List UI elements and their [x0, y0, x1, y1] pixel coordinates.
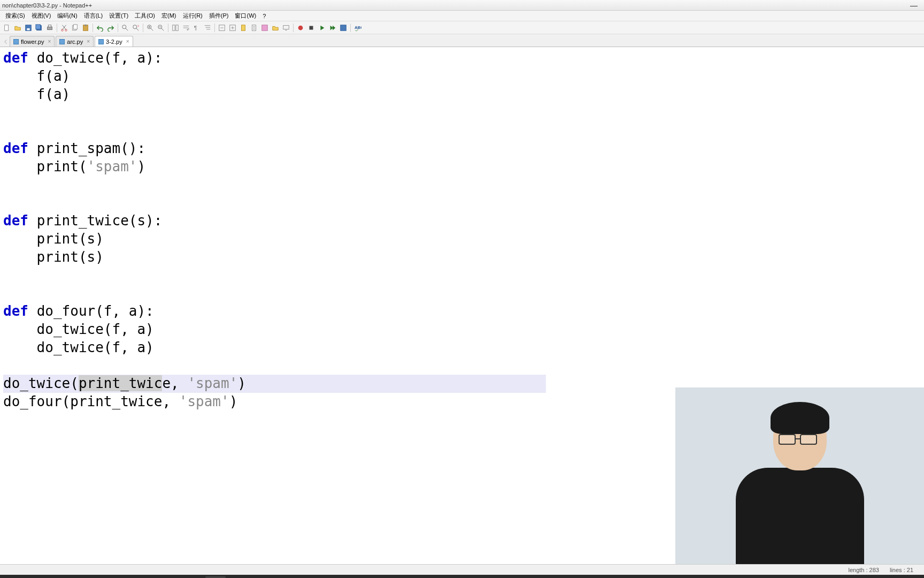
menu-language[interactable]: 语言(L) [81, 12, 106, 20]
file-tabbar: flower.py × arc.py × 3-2.py × [0, 34, 924, 47]
svg-rect-2 [27, 28, 29, 30]
sync-scroll-icon[interactable] [171, 23, 180, 33]
file-icon [98, 39, 104, 44]
svg-rect-18 [176, 25, 178, 31]
function-list-icon[interactable] [260, 23, 270, 33]
menu-help[interactable]: ? [259, 13, 269, 19]
monitor-icon[interactable] [281, 23, 291, 33]
menu-view[interactable]: 视图(V) [28, 12, 55, 20]
copy-icon[interactable] [70, 23, 80, 33]
code-content: def do_twice(f, a): f(a) f(a) def print_… [0, 47, 924, 411]
svg-text:ABC: ABC [355, 25, 361, 29]
file-tab-3-2[interactable]: 3-2.py × [95, 36, 133, 47]
zoom-out-icon[interactable] [156, 23, 166, 33]
play-macro-icon[interactable] [317, 23, 327, 33]
svg-rect-28 [341, 25, 346, 31]
titlebar: non\chapter03\3-2.py - Notepad++ — [0, 0, 924, 11]
paste-icon[interactable] [81, 23, 90, 33]
svg-rect-0 [5, 25, 9, 31]
window-title: non\chapter03\3-2.py - Notepad++ [2, 2, 92, 9]
doc-list-icon[interactable] [249, 23, 259, 33]
cut-icon[interactable] [59, 23, 69, 33]
word-wrap-icon[interactable] [181, 23, 191, 33]
svg-rect-25 [283, 25, 289, 29]
toolbar: ¶ ABC [0, 21, 924, 34]
spellcheck-icon[interactable]: ABC [353, 23, 363, 33]
menu-tools[interactable]: 工具(O) [132, 12, 158, 20]
doc-map-icon[interactable] [238, 23, 248, 33]
indent-guide-icon[interactable] [203, 23, 212, 33]
file-tab-label: arc.py [67, 39, 83, 45]
file-tab-label: 3-2.py [106, 39, 122, 45]
open-file-icon[interactable] [13, 23, 22, 33]
save-icon[interactable] [24, 23, 33, 33]
webcam-overlay [675, 387, 924, 564]
file-tab-flower[interactable]: flower.py × [10, 36, 55, 47]
menu-macro[interactable]: 宏(M) [158, 12, 180, 20]
status-lines: lines : 21 [890, 567, 913, 573]
svg-point-26 [298, 25, 303, 30]
close-tab-icon[interactable]: × [87, 39, 90, 44]
svg-point-13 [122, 25, 126, 28]
menu-encoding[interactable]: 编码(N) [54, 12, 80, 20]
menu-window[interactable]: 窗口(W) [232, 12, 259, 20]
svg-rect-6 [48, 25, 51, 27]
status-length: length : 283 [848, 567, 879, 573]
show-all-chars-icon[interactable]: ¶ [192, 23, 202, 33]
svg-rect-22 [242, 25, 245, 31]
file-icon [59, 39, 65, 44]
minimize-button[interactable]: — [906, 1, 922, 10]
replace-icon[interactable] [131, 23, 141, 33]
svg-rect-17 [173, 25, 175, 31]
stop-macro-icon[interactable] [306, 23, 316, 33]
close-tab-icon[interactable]: × [48, 39, 51, 44]
record-macro-icon[interactable] [296, 23, 305, 33]
svg-rect-10 [73, 24, 77, 29]
svg-point-14 [133, 25, 137, 28]
unfolding-icon[interactable] [228, 23, 237, 33]
folding-icon[interactable] [217, 23, 227, 33]
menu-run[interactable]: 运行(R) [180, 12, 206, 20]
code-editor[interactable]: def do_twice(f, a): f(a) f(a) def print_… [0, 47, 924, 564]
menu-plugins[interactable]: 插件(P) [206, 12, 232, 20]
svg-rect-27 [310, 26, 313, 29]
menu-settings[interactable]: 设置(T) [106, 12, 132, 20]
file-tab-label: flower.py [21, 39, 44, 45]
menubar: 搜索(S) 视图(V) 编码(N) 语言(L) 设置(T) 工具(O) 宏(M)… [0, 11, 924, 21]
file-tab-arc[interactable]: arc.py × [56, 36, 94, 47]
statusbar: length : 283 lines : 21 [0, 564, 924, 575]
svg-rect-24 [262, 25, 268, 31]
print-icon[interactable] [45, 23, 55, 33]
new-file-icon[interactable] [2, 23, 12, 33]
play-multi-icon[interactable] [328, 23, 337, 33]
redo-icon[interactable] [106, 23, 116, 33]
folder-icon[interactable] [271, 23, 280, 33]
file-icon [13, 39, 19, 44]
menu-search[interactable]: 搜索(S) [2, 12, 28, 20]
save-macro-icon[interactable] [338, 23, 348, 33]
zoom-in-icon[interactable] [145, 23, 155, 33]
close-tab-icon[interactable]: × [126, 39, 129, 44]
svg-rect-12 [84, 24, 87, 26]
svg-rect-5 [48, 27, 52, 29]
tab-left-icon[interactable] [2, 37, 10, 47]
svg-text:¶: ¶ [194, 24, 197, 31]
svg-rect-4 [36, 24, 41, 29]
taskbar [0, 575, 924, 578]
find-icon[interactable] [120, 23, 130, 33]
save-all-icon[interactable] [34, 23, 44, 33]
undo-icon[interactable] [95, 23, 105, 33]
